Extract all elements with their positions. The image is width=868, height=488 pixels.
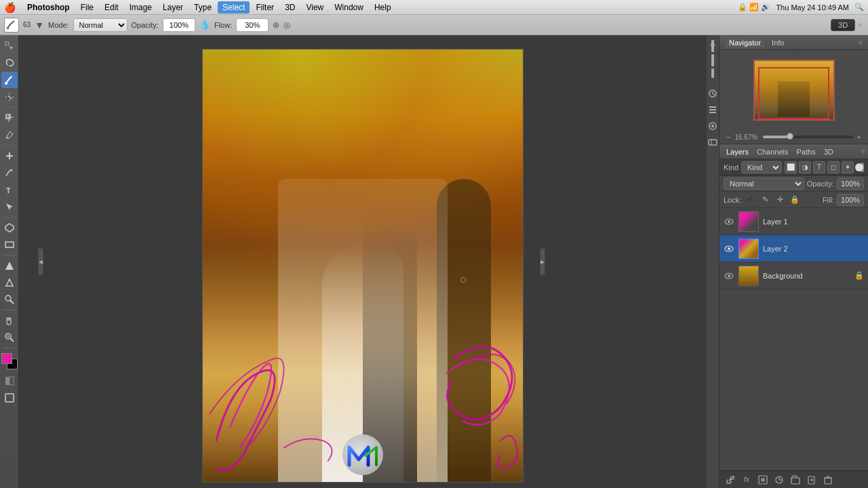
opacity-input[interactable] bbox=[163, 18, 195, 32]
add-mask-icon[interactable] bbox=[756, 473, 770, 487]
menubar-type[interactable]: Type bbox=[189, 1, 216, 14]
tab-channels[interactable]: Channels bbox=[753, 146, 792, 157]
menubar-layer[interactable]: Layer bbox=[158, 1, 188, 14]
new-layer-icon[interactable] bbox=[805, 473, 818, 487]
right-panel-collapse[interactable]: ▶ bbox=[540, 248, 545, 275]
left-panel-collapse[interactable]: ◀ bbox=[38, 248, 43, 275]
opacity-value-input[interactable] bbox=[837, 178, 864, 190]
shape-tool[interactable] bbox=[1, 220, 18, 236]
fill-value-input[interactable] bbox=[837, 194, 864, 206]
layer-1-visibility[interactable] bbox=[724, 216, 734, 227]
layer-row[interactable]: Layer 2 bbox=[719, 235, 868, 262]
tab-paths[interactable]: Paths bbox=[793, 146, 820, 157]
lock-move-icon[interactable]: ✛ bbox=[774, 194, 786, 206]
tab-navigator[interactable]: Navigator bbox=[725, 37, 765, 48]
filter-type-select[interactable]: Kind Name Effect bbox=[741, 161, 782, 174]
brush-tool[interactable] bbox=[1, 72, 18, 88]
delete-layer-icon[interactable] bbox=[821, 473, 835, 487]
menubar-photoshop[interactable]: Photoshop bbox=[22, 1, 75, 14]
lock-all-icon[interactable]: 🔒 bbox=[789, 194, 801, 206]
new-group-icon[interactable] bbox=[789, 473, 802, 487]
menubar-help[interactable]: Help bbox=[370, 1, 396, 14]
3d-dropdown-icon[interactable]: ▼ bbox=[856, 21, 864, 29]
svg-rect-36 bbox=[709, 112, 716, 113]
quick-mask-icon[interactable] bbox=[1, 373, 18, 389]
actions-icon[interactable] bbox=[707, 104, 718, 115]
menubar-window[interactable]: Window bbox=[330, 1, 368, 14]
zoom-out-button[interactable]: − bbox=[725, 133, 732, 141]
screen-mode-icon[interactable] bbox=[1, 390, 18, 406]
zoom-slider-thumb[interactable] bbox=[787, 133, 793, 140]
apple-menu[interactable]: 🍎 bbox=[4, 2, 16, 13]
layers-panel-close[interactable]: ≡ bbox=[861, 148, 865, 155]
filter-type-icon[interactable]: T bbox=[813, 161, 825, 174]
blend-mode-select[interactable]: Normal Multiply Screen Overlay Soft Ligh… bbox=[724, 178, 804, 190]
crop-tool[interactable] bbox=[1, 110, 18, 126]
tablet-pressure-icon[interactable]: ◎ bbox=[283, 20, 290, 30]
layer-list: Layer 1 Layer 2 bbox=[719, 208, 868, 470]
svg-point-38 bbox=[711, 125, 714, 127]
foreground-color-swatch[interactable] bbox=[1, 353, 12, 364]
dodge-tool[interactable] bbox=[1, 291, 18, 308]
menubar: 🍎 Photoshop File Edit Image Layer Type S… bbox=[0, 0, 868, 15]
lasso-tool[interactable] bbox=[1, 55, 18, 71]
healing-brush-tool[interactable] bbox=[1, 148, 18, 164]
tab-3d[interactable]: 3D bbox=[820, 146, 837, 157]
menubar-filter[interactable]: Filter bbox=[251, 1, 279, 14]
3d-button[interactable]: 3D bbox=[831, 19, 855, 31]
brush-icon[interactable] bbox=[4, 18, 19, 33]
menubar-3d[interactable]: 3D bbox=[280, 1, 300, 14]
filter-shape-icon[interactable]: ◻ bbox=[827, 161, 840, 174]
layer-row[interactable]: Layer 1 bbox=[719, 208, 868, 235]
zoom-in-button[interactable]: + bbox=[856, 133, 863, 141]
menubar-file[interactable]: File bbox=[76, 1, 98, 14]
brush-size-box: 63 bbox=[23, 21, 31, 28]
flow-icon[interactable]: ⊕ bbox=[273, 20, 279, 30]
adjustment-icon[interactable] bbox=[772, 473, 786, 487]
zoom-slider[interactable] bbox=[763, 136, 852, 138]
brush-dropdown-icon[interactable]: ▼ bbox=[35, 20, 44, 30]
filter-toggle[interactable] bbox=[861, 163, 864, 172]
search-icon[interactable]: 🔍 bbox=[854, 3, 864, 12]
filter-label: Kind bbox=[724, 163, 738, 171]
arrange-icon[interactable] bbox=[707, 54, 718, 65]
lock-position-icon[interactable]: ✎ bbox=[759, 194, 771, 206]
filter-adjustment-icon[interactable]: ◑ bbox=[799, 161, 811, 174]
tab-info[interactable]: Info bbox=[768, 37, 788, 48]
blur-tool[interactable] bbox=[1, 274, 18, 291]
fx-icon[interactable]: fx bbox=[740, 473, 753, 487]
layer-row[interactable]: Background 🔒 bbox=[719, 262, 868, 289]
lock-pixels-icon[interactable]: ⬛ bbox=[744, 194, 756, 206]
flow-input[interactable] bbox=[236, 18, 269, 32]
type-tool[interactable]: T bbox=[1, 182, 18, 198]
pen-tool[interactable] bbox=[1, 165, 18, 181]
tab-layers[interactable]: Layers bbox=[722, 146, 753, 157]
hand-tool[interactable] bbox=[1, 312, 18, 329]
opacity-label-layers: Opacity: bbox=[807, 180, 834, 188]
svg-point-0 bbox=[7, 26, 9, 29]
menubar-select[interactable]: Select bbox=[218, 1, 250, 14]
airbrush-icon[interactable]: 💧 bbox=[199, 20, 210, 30]
zoom-tool[interactable] bbox=[1, 329, 18, 346]
background-name: Background bbox=[763, 272, 850, 280]
color-swatches[interactable] bbox=[1, 353, 18, 369]
background-visibility[interactable] bbox=[724, 270, 734, 281]
navigator-close[interactable]: ≡ bbox=[859, 39, 863, 46]
mode-select[interactable]: Normal Multiply Screen bbox=[73, 18, 127, 32]
magic-wand-tool[interactable] bbox=[1, 89, 18, 105]
gradient-tool[interactable] bbox=[1, 258, 18, 274]
menubar-view[interactable]: View bbox=[301, 1, 328, 14]
rectangle-tool[interactable] bbox=[1, 237, 18, 253]
filter-pixel-icon[interactable]: ⬜ bbox=[785, 161, 797, 174]
history-icon[interactable] bbox=[707, 88, 718, 99]
link-layers-icon[interactable] bbox=[724, 473, 737, 487]
layer-2-visibility[interactable] bbox=[724, 243, 734, 254]
menubar-image[interactable]: Image bbox=[125, 1, 157, 14]
menubar-edit[interactable]: Edit bbox=[100, 1, 123, 14]
filter-smart-icon[interactable]: ✦ bbox=[842, 161, 854, 174]
path-selection-tool[interactable] bbox=[1, 199, 18, 215]
move-marquee-tool[interactable] bbox=[1, 38, 18, 54]
brush-presets-icon[interactable] bbox=[707, 121, 718, 131]
tool-presets-icon[interactable] bbox=[707, 137, 718, 148]
eyedropper-tool[interactable] bbox=[1, 127, 18, 143]
